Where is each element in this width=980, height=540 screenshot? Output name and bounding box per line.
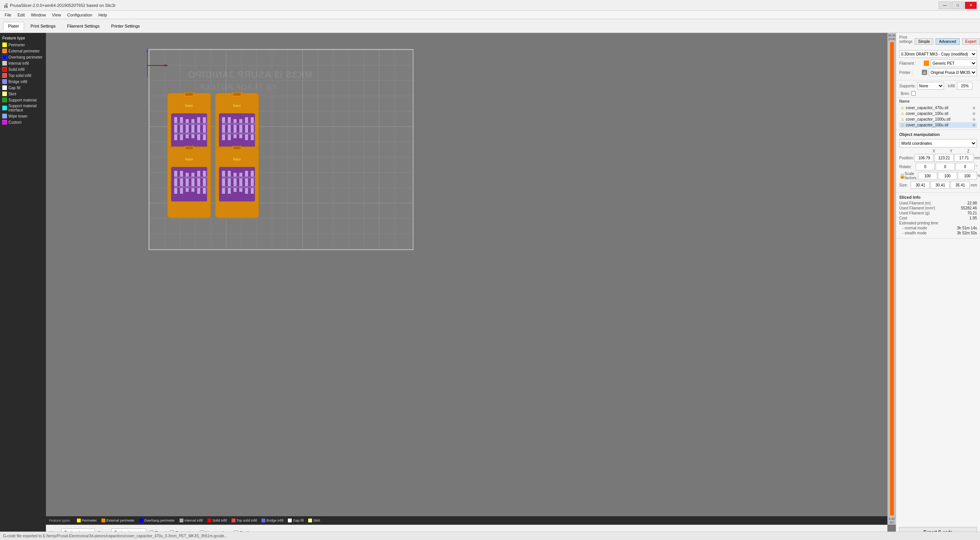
feature-item-perimeter[interactable]: Perimeter	[0, 42, 46, 48]
viewport[interactable]: MK3S i3 ASURP JANIGIРО YB TESOP ROTCEF	[46, 33, 896, 540]
tab-filament-settings[interactable]: Filament Settings	[62, 22, 105, 30]
feature-item-external-perimeter[interactable]: External perimeter	[0, 48, 46, 54]
brim-checkbox[interactable]	[911, 91, 916, 96]
svg-rect-20	[222, 117, 225, 140]
close-button[interactable]: ✕	[965, 2, 977, 9]
maximize-button[interactable]: □	[952, 2, 964, 9]
svg-rect-51	[222, 186, 255, 188]
menu-item-file[interactable]: File	[2, 12, 15, 18]
print-preset-select[interactable]: 0.30mm DRAFT MK3 - Copy (modified)	[899, 50, 977, 58]
cost-val: 1.95	[970, 216, 977, 220]
normal-mode-val: 3h 51m 14s	[957, 226, 977, 230]
size-label: Size:	[899, 183, 910, 187]
rotate-y[interactable]	[936, 163, 955, 170]
print-preset-row: 0.30mm DRAFT MK3 - Copy (modified)	[899, 50, 977, 58]
feature-item-overhang-perimeter[interactable]: Overhang perimeter	[0, 54, 46, 60]
minimize-button[interactable]: —	[939, 2, 951, 9]
legend-color-swatch	[288, 519, 292, 522]
filament-m-row: Used Filament (m) 22.98	[899, 201, 977, 205]
legend-color-swatch	[101, 519, 105, 522]
feature-item-internal-infill[interactable]: Internal infill	[0, 60, 46, 66]
menu-item-configuration[interactable]: Configuration	[64, 12, 95, 18]
menu-item-view[interactable]: View	[49, 12, 64, 18]
object-action-icon[interactable]: ⊕	[972, 123, 975, 127]
legend-item-label: Solid infill	[212, 519, 227, 522]
legend-item: Solid infill	[207, 519, 227, 522]
layer-orange-bar[interactable]	[890, 42, 894, 515]
feature-item-support-material-interface[interactable]: Support material interface	[0, 103, 46, 113]
filament-g-row: Used Filament (g) 70.21	[899, 211, 977, 215]
feature-color-swatch	[2, 61, 7, 65]
menu-item-edit[interactable]: Edit	[15, 12, 28, 18]
svg-rect-27	[222, 133, 255, 134]
position-z[interactable]	[954, 154, 973, 162]
object-action-icon[interactable]: ⊕	[972, 111, 975, 116]
tab-printer-settings[interactable]: Printer Settings	[106, 22, 145, 30]
feature-item-custom[interactable]: Custom	[0, 119, 46, 125]
feature-color-swatch	[2, 92, 7, 96]
simple-mode-btn[interactable]: Simple	[915, 38, 933, 45]
feature-item-label: Wipe tower	[8, 114, 28, 118]
manip-header: Object manipulation	[899, 132, 977, 137]
printer-row: Printer : 🖨 Original Prusa i3 MK3S	[899, 69, 977, 76]
size-x[interactable]	[911, 181, 930, 189]
svg-text:fotor: fotor	[185, 104, 193, 108]
size-unit: mm	[970, 183, 977, 187]
svg-rect-13	[203, 117, 206, 140]
feature-item-solid-infill[interactable]: Solid infill	[0, 66, 46, 72]
printer-select[interactable]: Original Prusa i3 MK3S	[929, 69, 977, 76]
feature-item-wipe-tower[interactable]: Wipe tower	[0, 113, 46, 119]
feature-color-swatch	[2, 106, 7, 110]
feature-color-swatch	[2, 79, 7, 84]
tab-plater[interactable]: Plater	[3, 22, 24, 30]
rotate-row: Rotate: °	[899, 163, 977, 170]
object-list-item[interactable]: ⚠cover_capacitor_100u.stl⊕	[899, 122, 977, 128]
layer-slider[interactable]: 35.30 (118) 0.20 (1)	[887, 33, 896, 525]
coords-mode-row: World coordinates	[899, 139, 977, 147]
feature-item-label: Perimeter	[8, 43, 25, 47]
filament-select[interactable]: Generic PET	[931, 59, 977, 67]
lock-icon[interactable]: 🔒	[899, 173, 904, 179]
rotate-z[interactable]	[956, 163, 975, 170]
stealth-mode-val: 3h 52m 50s	[957, 231, 977, 235]
object-action-icon[interactable]: ⊕	[972, 117, 975, 121]
feature-item-skirt[interactable]: Skirt	[0, 91, 46, 97]
expert-mode-btn[interactable]: Expert	[962, 38, 980, 45]
normal-mode-row: - normal mode 3h 51m 14s	[902, 226, 977, 230]
layer-bottom-count: (1)	[890, 520, 894, 524]
feature-color-swatch	[2, 98, 7, 102]
svg-marker-3	[165, 64, 168, 67]
feature-item-top-solid-infill[interactable]: Top solid infill	[0, 72, 46, 79]
infill-input[interactable]	[957, 82, 972, 90]
size-y[interactable]	[931, 181, 950, 189]
position-x[interactable]	[915, 154, 934, 162]
feature-color-swatch	[2, 85, 7, 90]
tab-print-settings[interactable]: Print Settings	[26, 22, 60, 30]
menu-item-help[interactable]: Help	[95, 12, 110, 18]
feature-item-gap-fill[interactable]: Gap fill	[0, 85, 46, 91]
feature-item-label: Support material interface	[8, 104, 44, 112]
object-list-item[interactable]: ⚠cover_capacitor_100u.stl⊕	[899, 111, 977, 116]
legend-item-label: Overhang perimeter	[144, 519, 175, 522]
scale-x[interactable]	[918, 172, 937, 180]
menu-item-window[interactable]: Window	[28, 12, 49, 18]
object-list-item[interactable]: ⚠cover_capacitor_1000u.stl⊕	[899, 116, 977, 122]
scale-z[interactable]	[958, 172, 977, 180]
size-z[interactable]	[951, 181, 970, 189]
feature-item-label: External perimeter	[8, 49, 40, 53]
supports-select[interactable]: None	[917, 82, 944, 90]
position-y[interactable]	[934, 154, 954, 162]
feature-item-support-material[interactable]: Support material	[0, 97, 46, 103]
sliced-header: Sliced Info	[899, 195, 977, 200]
feature-item-label: Bridge infill	[8, 80, 27, 84]
feature-color-swatch	[2, 55, 7, 59]
advanced-mode-btn[interactable]: Advanced	[936, 38, 959, 45]
object-list-item[interactable]: ⚠cover_capacitor_470u.stl⊕	[899, 105, 977, 111]
feature-item-bridge-infill[interactable]: Bridge infill	[0, 79, 46, 85]
scale-y[interactable]	[938, 172, 957, 180]
coords-mode-select[interactable]: World coordinates	[899, 139, 977, 147]
rotate-x[interactable]	[916, 163, 935, 170]
legend-item: Top solid infill	[232, 519, 257, 522]
object-action-icon[interactable]: ⊕	[972, 106, 975, 110]
object-list-header: Name	[899, 99, 977, 103]
